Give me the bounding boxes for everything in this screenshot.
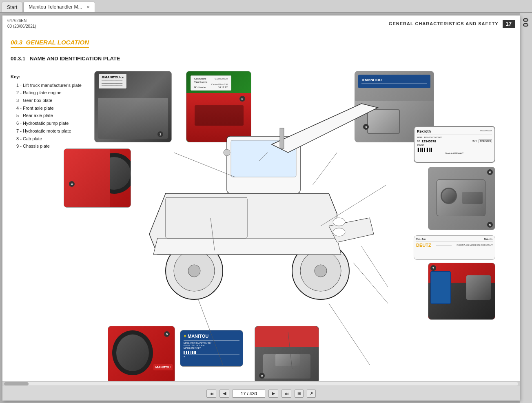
doc-page: 647626EN 00 (23/06/2021) GENERAL CHARACT…: [2, 16, 520, 401]
scroll-area[interactable]: [2, 381, 520, 386]
side-tab-label: 00: [522, 17, 530, 27]
key-item-4: 4 - Front axle plate: [11, 104, 92, 112]
tab-manitou-label: Manitou Telehandler M...: [29, 4, 82, 10]
photo-box-6: 6 5: [428, 167, 495, 230]
nav-last-btn[interactable]: ⏭: [282, 390, 291, 398]
side-tab: 00: [520, 13, 532, 403]
tab-close-icon[interactable]: ✕: [86, 5, 90, 9]
content-area: 00.3 GENERAL LOCATION 00.3.1 NAME AND ID…: [2, 32, 520, 401]
svg-point-12: [224, 149, 230, 156]
svg-line-15: [313, 153, 337, 185]
nav-bar: ⏮ ◀ ▶ ⏭ ⊞ ↗: [2, 386, 520, 401]
photo-8-content: 7 2: [428, 263, 495, 319]
key-item-5: 5 - Rear axle plate: [11, 112, 92, 120]
svg-line-18: [198, 299, 223, 365]
page-number-badge: 17: [503, 20, 515, 28]
key-item-6: 6 - Hydrostatic pump plate: [11, 120, 92, 127]
svg-line-21: [353, 263, 388, 303]
svg-line-20: [329, 303, 370, 365]
nav-export-icon[interactable]: ↗: [307, 390, 316, 398]
tab-start-label: Start: [7, 4, 17, 10]
page-input[interactable]: [233, 390, 265, 398]
key-item-3: 3 - Gear box plate: [11, 97, 92, 104]
nav-prev-btn[interactable]: ◀: [219, 390, 229, 398]
doc-number: 647626EN: [7, 18, 36, 24]
key-item-1: 1 - Lift truck manufacturer's plate: [11, 82, 92, 89]
tab-manitou[interactable]: Manitou Telehandler M... ✕: [23, 2, 95, 12]
key-section: Key: 1 - Lift truck manufacturer's plate…: [11, 73, 92, 150]
key-item-7: 7 - Hydrostatic motors plate: [11, 127, 92, 135]
doc-date: 00 (23/06/2021): [7, 24, 36, 29]
section-number: 00.3 GENERAL LOCATION: [11, 39, 89, 48]
svg-line-13: [174, 153, 235, 177]
photo-box-8: 7 2: [428, 263, 495, 320]
section-title-header: GENERAL CHARACTERISTICS AND SAFETY: [389, 21, 499, 26]
key-item-8: 8 - Cab plate: [11, 135, 92, 143]
nav-copy-icon[interactable]: ⊞: [295, 390, 304, 398]
svg-point-9: [333, 218, 345, 226]
svg-point-4: [315, 265, 327, 277]
svg-point-10: [333, 228, 345, 236]
svg-line-19: [288, 332, 292, 369]
svg-rect-8: [166, 197, 247, 238]
nav-next-btn[interactable]: ▶: [268, 390, 278, 398]
subsection-heading: 00.3.1 NAME AND IDENTIFICATION PLATE: [11, 55, 512, 62]
section-heading: 00.3 GENERAL LOCATION: [11, 39, 512, 52]
key-label: Key:: [11, 73, 92, 81]
header-right-area: GENERAL CHARACTERISTICS AND SAFETY 17: [389, 20, 515, 28]
scroll-track[interactable]: [4, 382, 518, 385]
main-area: 647626EN 00 (23/06/2021) GENERAL CHARACT…: [0, 13, 532, 403]
header-left: 647626EN 00 (23/06/2021): [7, 18, 36, 29]
svg-line-22: [361, 246, 388, 287]
tab-start[interactable]: Start: [2, 2, 22, 12]
nav-first-btn[interactable]: ⏮: [206, 390, 216, 398]
svg-rect-11: [280, 128, 284, 148]
scroll-thumb[interactable]: [4, 382, 29, 385]
key-item-2: 2 - Rating plate engine: [11, 89, 92, 97]
photo-6-content: 6 5: [428, 167, 495, 230]
svg-point-7: [188, 265, 200, 277]
page-header: 647626EN 00 (23/06/2021) GENERAL CHARACT…: [2, 16, 520, 32]
vehicle-diagram-svg: [84, 71, 427, 373]
tab-bar: Start Manitou Telehandler M... ✕: [0, 0, 532, 13]
